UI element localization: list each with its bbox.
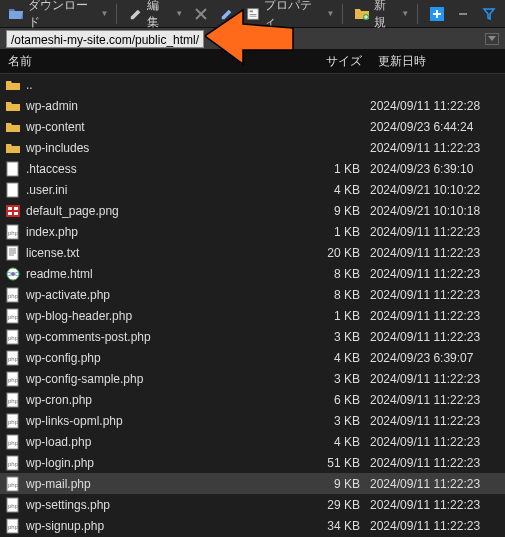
path-dropdown-icon[interactable] [485, 33, 499, 45]
file-name: wp-includes [26, 141, 300, 155]
file-date: 2024/09/23 6:39:07 [370, 351, 501, 365]
file-name: license.txt [26, 246, 300, 260]
edit-button[interactable]: 編集 ▼ [124, 0, 187, 33]
php-icon: php [4, 413, 22, 429]
php-icon: php [4, 329, 22, 345]
file-size: 3 KB [300, 414, 370, 428]
add-button[interactable] [425, 4, 449, 24]
file-list[interactable]: ..wp-admin2024/09/11 11:22:28wp-content2… [0, 74, 505, 537]
file-row[interactable]: phpwp-signup.php34 KB2024/09/11 11:22:23 [0, 515, 505, 536]
php-icon: php [4, 518, 22, 534]
file-date: 2024/09/11 11:22:23 [370, 498, 501, 512]
file-date: 2024/09/11 11:22:23 [370, 267, 501, 281]
file-name: wp-signup.php [26, 519, 300, 533]
file-row[interactable]: phpwp-login.php51 KB2024/09/11 11:22:23 [0, 452, 505, 473]
col-header-name[interactable]: 名前 [0, 53, 300, 70]
chevron-down-icon: ▼ [101, 9, 109, 18]
svg-text:php: php [8, 419, 19, 425]
file-row[interactable]: default_page.png9 KB2024/09/21 10:10:18 [0, 200, 505, 221]
new-label: 新規 [374, 0, 395, 31]
file-name: wp-settings.php [26, 498, 300, 512]
file-name: wp-mail.php [26, 477, 300, 491]
toolbar: ダウンロード ▼ 編集 ▼ プロパティ ▼ 新規 ▼ [0, 0, 505, 28]
html-icon [4, 266, 22, 282]
toolbar-separator [417, 4, 421, 24]
file-name: wp-blog-header.php [26, 309, 300, 323]
plus-icon [429, 6, 445, 22]
file-row[interactable]: .htaccess1 KB2024/09/23 6:39:10 [0, 158, 505, 179]
file-name: wp-content [26, 120, 300, 134]
svg-rect-3 [249, 15, 256, 16]
php-icon: php [4, 287, 22, 303]
filter-button[interactable] [477, 4, 501, 24]
property-label: プロパティ [264, 0, 320, 31]
file-row[interactable]: phpwp-settings.php29 KB2024/09/11 11:22:… [0, 494, 505, 515]
chevron-down-icon: ▼ [326, 9, 334, 18]
file-name: wp-activate.php [26, 288, 300, 302]
php-icon: php [4, 476, 22, 492]
parent-dir-row[interactable]: .. [0, 74, 505, 95]
toolbar-separator [342, 4, 346, 24]
file-row[interactable]: phpwp-links-opml.php3 KB2024/09/11 11:22… [0, 410, 505, 431]
property-icon [245, 6, 260, 22]
file-date: 2024/09/11 11:22:23 [370, 141, 501, 155]
file-size: 4 KB [300, 183, 370, 197]
svg-rect-9 [8, 207, 12, 210]
path-input[interactable]: /otameshi-my-site.com/public_html/ [6, 30, 204, 48]
svg-rect-2 [249, 14, 256, 15]
col-header-date[interactable]: 更新日時 [370, 53, 505, 70]
file-name: wp-links-opml.php [26, 414, 300, 428]
file-date: 2024/09/11 11:22:28 [370, 99, 501, 113]
property-button[interactable]: プロパティ ▼ [241, 0, 338, 33]
rename-button[interactable] [215, 4, 239, 24]
svg-text:php: php [8, 293, 19, 299]
file-row[interactable]: phpwp-config.php4 KB2024/09/23 6:39:07 [0, 347, 505, 368]
file-row[interactable]: phpwp-load.php4 KB2024/09/11 11:22:23 [0, 431, 505, 452]
svg-rect-10 [14, 207, 18, 210]
folder-row[interactable]: wp-content2024/09/23 6:44:24 [0, 116, 505, 137]
x-icon [193, 6, 209, 22]
svg-rect-8 [6, 205, 20, 217]
file-icon [4, 161, 22, 177]
col-header-size[interactable]: サイズ [300, 53, 370, 70]
file-name: index.php [26, 225, 300, 239]
delete-button[interactable] [189, 4, 213, 24]
file-date: 2024/09/21 10:10:18 [370, 204, 501, 218]
file-size: 34 KB [300, 519, 370, 533]
remove-button[interactable] [451, 4, 475, 24]
file-row[interactable]: readme.html8 KB2024/09/11 11:22:23 [0, 263, 505, 284]
file-size: 1 KB [300, 309, 370, 323]
minus-icon [455, 6, 471, 22]
file-row[interactable]: phpwp-cron.php6 KB2024/09/11 11:22:23 [0, 389, 505, 410]
folder-row[interactable]: wp-includes2024/09/11 11:22:23 [0, 137, 505, 158]
svg-text:php: php [8, 461, 19, 467]
file-row[interactable]: phpwp-mail.php9 KB2024/09/11 11:22:23 [0, 473, 505, 494]
folder-row[interactable]: wp-admin2024/09/11 11:22:28 [0, 95, 505, 116]
file-name: default_page.png [26, 204, 300, 218]
file-row[interactable]: phpwp-comments-post.php3 KB2024/09/11 11… [0, 326, 505, 347]
file-date: 2024/09/11 11:22:23 [370, 330, 501, 344]
svg-text:php: php [8, 524, 19, 530]
file-row[interactable]: license.txt20 KB2024/09/11 11:22:23 [0, 242, 505, 263]
file-row[interactable]: phpwp-blog-header.php1 KB2024/09/11 11:2… [0, 305, 505, 326]
file-size: 51 KB [300, 456, 370, 470]
file-row[interactable]: phpwp-config-sample.php3 KB2024/09/11 11… [0, 368, 505, 389]
svg-text:php: php [8, 482, 19, 488]
svg-text:php: php [8, 314, 19, 320]
file-size: 4 KB [300, 435, 370, 449]
php-icon: php [4, 224, 22, 240]
new-button[interactable]: 新規 ▼ [350, 0, 413, 33]
file-size: 29 KB [300, 498, 370, 512]
php-icon: php [4, 497, 22, 513]
filter-icon [481, 6, 497, 22]
file-date: 2024/09/11 11:22:23 [370, 435, 501, 449]
file-name: wp-load.php [26, 435, 300, 449]
chevron-down-icon: ▼ [401, 9, 409, 18]
file-row[interactable]: phpindex.php1 KB2024/09/11 11:22:23 [0, 221, 505, 242]
file-size: 3 KB [300, 330, 370, 344]
new-folder-icon [354, 6, 370, 22]
file-date: 2024/09/11 11:22:23 [370, 519, 501, 533]
download-button[interactable]: ダウンロード ▼ [4, 0, 112, 33]
file-row[interactable]: .user.ini4 KB2024/09/21 10:10:22 [0, 179, 505, 200]
file-row[interactable]: phpwp-activate.php8 KB2024/09/11 11:22:2… [0, 284, 505, 305]
